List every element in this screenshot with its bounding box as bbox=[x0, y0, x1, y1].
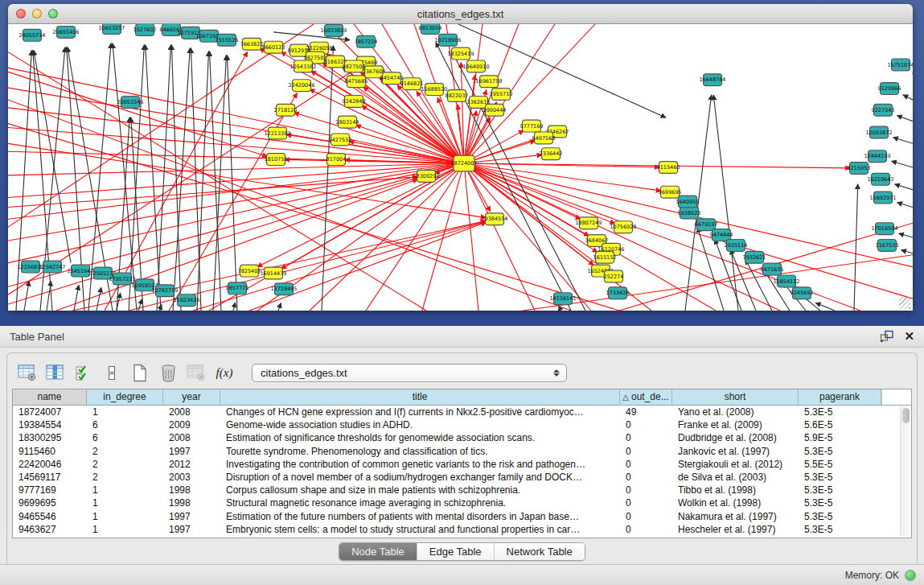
graph-node[interactable]: 14136141 bbox=[549, 293, 576, 305]
table-selector-combo[interactable]: citations_edges.txt bbox=[252, 364, 567, 382]
delete-table-button[interactable] bbox=[186, 362, 207, 383]
graph-edge[interactable] bbox=[310, 89, 464, 163]
new-table-button[interactable] bbox=[129, 362, 150, 383]
graph-node[interactable]: 8660123 bbox=[262, 41, 285, 53]
graph-edge[interactable] bbox=[72, 221, 486, 311]
graph-node[interactable]: 1733426 bbox=[606, 287, 630, 299]
graph-node[interactable]: 10543382 bbox=[290, 60, 316, 72]
graph-node[interactable]: 9129966 bbox=[878, 83, 901, 95]
graph-node[interactable]: 9227343 bbox=[872, 104, 895, 116]
graph-node[interactable]: 1615152 bbox=[593, 251, 617, 263]
graph-edge[interactable] bbox=[233, 303, 235, 311]
graph-edge[interactable] bbox=[157, 45, 170, 311]
graph-edge[interactable] bbox=[897, 203, 913, 208]
graph-node[interactable]: 9427552 bbox=[329, 134, 352, 146]
graph-edge[interactable] bbox=[899, 233, 913, 237]
column-header-in-degree[interactable]: in_degree bbox=[87, 389, 163, 405]
graph-edge[interactable] bbox=[34, 50, 71, 262]
table-row[interactable]: 1938455462009Genome-wide association stu… bbox=[13, 418, 900, 431]
graph-edge[interactable] bbox=[897, 116, 913, 122]
graph-edge[interactable] bbox=[97, 287, 101, 311]
column-header-out-degree[interactable]: △out_de... bbox=[620, 389, 672, 405]
table-row[interactable]: 977716911998Corpus callosum shape and si… bbox=[13, 484, 900, 496]
graph-node[interactable]: 9115460 bbox=[657, 162, 680, 174]
graph-node[interactable]: 16961758 bbox=[475, 76, 502, 88]
graph-edge[interactable] bbox=[129, 45, 144, 311]
graph-edge[interactable] bbox=[24, 281, 29, 311]
graph-node[interactable]: 7663822 bbox=[240, 38, 264, 50]
graph-node[interactable]: 16914479 bbox=[260, 267, 286, 279]
graph-node[interactable]: 12213383 bbox=[264, 127, 290, 139]
graph-edge[interactable] bbox=[436, 43, 571, 311]
graph-node[interactable]: 12444159 bbox=[864, 150, 890, 163]
graph-node[interactable]: 2803144 bbox=[336, 116, 359, 128]
graph-node[interactable]: 8215953 bbox=[848, 163, 871, 175]
graph-edge[interactable] bbox=[464, 163, 591, 311]
graph-edge[interactable] bbox=[173, 48, 190, 311]
graph-edge[interactable] bbox=[47, 281, 51, 311]
graph-node[interactable]: 817004 bbox=[326, 154, 347, 166]
delete-rows-button[interactable] bbox=[158, 362, 179, 383]
graph-edge[interactable] bbox=[171, 45, 181, 311]
graph-node[interactable]: 15751074 bbox=[887, 59, 913, 71]
graph-node[interactable]: 5938923 bbox=[678, 207, 701, 219]
graph-node[interactable]: 1810755 bbox=[265, 154, 288, 166]
table-row[interactable]: 969969511998Structural magnetic resonanc… bbox=[13, 496, 900, 509]
graph-node[interactable]: 7932621 bbox=[743, 251, 766, 263]
column-header-title[interactable]: title bbox=[220, 389, 620, 405]
graph-node[interactable]: 252274 bbox=[604, 270, 624, 282]
graph-node[interactable]: 1167533 bbox=[876, 239, 899, 251]
float-panel-icon[interactable] bbox=[880, 330, 894, 343]
graph-node[interactable]: 2718120 bbox=[274, 104, 298, 116]
graph-node[interactable]: 10756928 bbox=[610, 221, 636, 233]
graph-node[interactable]: 7955719 bbox=[490, 89, 513, 101]
table-options-button[interactable] bbox=[17, 362, 38, 383]
citation-graph[interactable]: 1872400724055714206914061065325715276028… bbox=[8, 24, 913, 311]
column-header-year[interactable]: year bbox=[163, 389, 220, 405]
graph-node[interactable]: 8475685 bbox=[345, 76, 368, 88]
table-row[interactable]: 1830029562008Estimation of significance … bbox=[13, 431, 900, 444]
graph-node[interactable]: 18300295 bbox=[413, 170, 439, 182]
tab-edge-table[interactable]: Edge Table bbox=[417, 543, 495, 560]
graph-node[interactable]: 9857771 bbox=[226, 282, 249, 295]
graph-node[interactable]: 9242848 bbox=[343, 96, 366, 108]
close-panel-icon[interactable]: ✕ bbox=[904, 330, 914, 343]
graph-edge[interactable] bbox=[8, 163, 464, 175]
graph-edge[interactable] bbox=[227, 56, 237, 311]
vertical-scrollbar[interactable] bbox=[900, 406, 911, 537]
graph-edge[interactable] bbox=[74, 285, 79, 311]
graph-edge[interactable] bbox=[8, 177, 417, 208]
graph-edge[interactable] bbox=[366, 163, 464, 311]
graph-node[interactable]: 7857224 bbox=[355, 35, 378, 47]
graph-edge[interactable] bbox=[854, 184, 858, 311]
graph-node[interactable]: 1640955 bbox=[676, 196, 700, 208]
graph-edge[interactable] bbox=[464, 163, 598, 253]
graph-node[interactable]: 20691406 bbox=[52, 26, 79, 38]
graph-node[interactable]: 2336442 bbox=[540, 148, 563, 160]
graph-edge[interactable] bbox=[138, 299, 142, 311]
graph-edge[interactable] bbox=[892, 161, 913, 167]
table-row[interactable]: 2242004622012Investigating the contribut… bbox=[13, 458, 900, 471]
graph-node[interactable]: 13718485 bbox=[270, 283, 297, 295]
graph-edge[interactable] bbox=[464, 163, 604, 245]
graph-node[interactable]: 9245692 bbox=[791, 287, 814, 299]
graph-node[interactable]: 9699695 bbox=[659, 186, 682, 198]
function-builder-button[interactable]: f(x) bbox=[214, 362, 235, 383]
graph-node[interactable]: 17016504 bbox=[871, 223, 897, 235]
table-row[interactable]: 946554611997Estimation of the future num… bbox=[13, 510, 900, 523]
graph-edge[interactable] bbox=[713, 95, 738, 311]
graph-node[interactable]: 7825402 bbox=[238, 265, 261, 277]
graph-node[interactable]: 15692971 bbox=[869, 192, 896, 204]
network-canvas[interactable]: 1872400724055714206914061065325715276028… bbox=[8, 24, 913, 311]
graph-node[interactable]: 10854112 bbox=[773, 275, 799, 287]
table-row[interactable]: 946362711997Embryonic stem cells: a mode… bbox=[13, 523, 900, 536]
graph-node[interactable]: 1527602 bbox=[133, 24, 157, 35]
graph-node[interactable]: 12093872 bbox=[865, 126, 892, 138]
column-header-short[interactable]: short bbox=[672, 389, 799, 405]
scrollbar-thumb[interactable] bbox=[902, 408, 910, 423]
show-columns-button[interactable] bbox=[45, 362, 66, 383]
graph-node[interactable]: 18325419 bbox=[447, 47, 474, 60]
graph-edge[interactable] bbox=[322, 46, 334, 311]
graph-node[interactable]: 6497568 bbox=[532, 132, 556, 144]
graph-node[interactable]: 19384554 bbox=[481, 213, 507, 225]
